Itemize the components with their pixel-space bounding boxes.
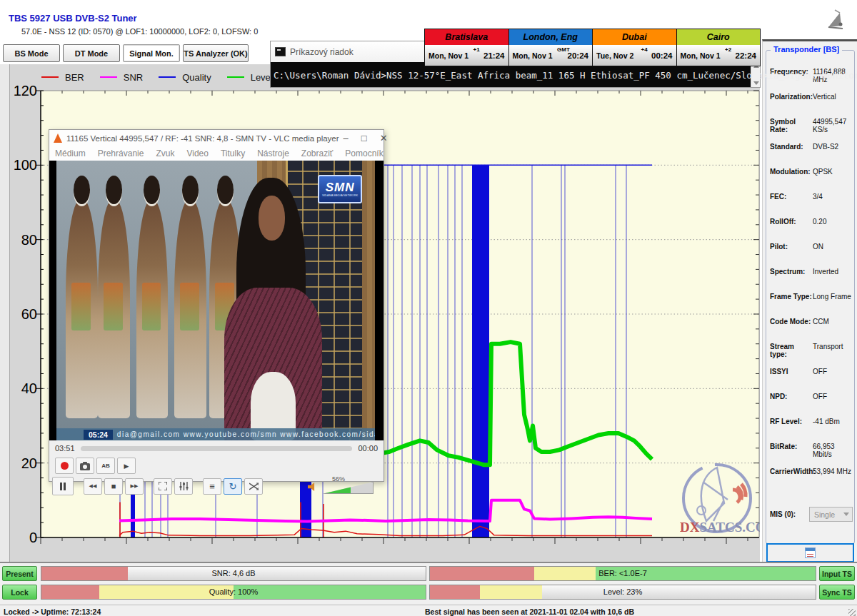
clock-time-row: Mon, Nov 1GMT20:24 bbox=[509, 45, 593, 66]
mode-button-ts-analyzer-ok-[interactable]: TS Analyzer (OK) bbox=[183, 44, 249, 62]
series-ber bbox=[119, 526, 652, 535]
field-label: Symbol Rate: bbox=[770, 118, 813, 133]
transponder-row: Pilot:ON bbox=[770, 243, 853, 268]
scroll-down-icon[interactable] bbox=[753, 81, 759, 85]
fullscreen-icon bbox=[159, 482, 167, 490]
transponder-groupbox: Transponder [BS] Frequency:11164,888 MHz… bbox=[766, 50, 855, 544]
effects-button[interactable] bbox=[174, 478, 193, 495]
field-label: Pilot: bbox=[770, 243, 813, 251]
clock-city: Bratislava bbox=[425, 29, 508, 45]
signal-loss-line bbox=[412, 165, 413, 537]
pause-icon bbox=[60, 483, 66, 490]
stop-button[interactable]: ■ bbox=[104, 478, 123, 495]
volume-control[interactable]: 56% bbox=[298, 477, 376, 495]
mode-button-signal-mon-[interactable]: Signal Mon. bbox=[123, 44, 180, 62]
bar-text: Quality: 100% bbox=[41, 587, 426, 596]
random-button[interactable] bbox=[244, 478, 263, 495]
ab-loop-button[interactable]: AB bbox=[96, 458, 115, 474]
speaker-icon[interactable] bbox=[308, 483, 317, 491]
transponder-list-button[interactable] bbox=[766, 543, 854, 562]
vlc-window[interactable]: 11165 Vertical 44995,547 / RF: -41 SNR: … bbox=[49, 129, 384, 482]
satellite-dish-icon bbox=[823, 9, 847, 33]
ticker-text: dia@gmail.com www.youtube.com/smn www.fa… bbox=[117, 430, 375, 438]
dancer-figure bbox=[98, 200, 130, 418]
clock-text: 20:24 bbox=[568, 51, 588, 60]
field-value: QPSK bbox=[813, 168, 853, 176]
vlc-menu-mdium[interactable]: Médium bbox=[55, 148, 86, 158]
vlc-menu-nstroje[interactable]: Nástroje bbox=[257, 148, 289, 158]
vlc-menu-pomocnk[interactable]: Pomocník bbox=[345, 148, 383, 158]
signal-loss-line bbox=[388, 165, 389, 537]
transponder-row: Standard:DVB-S2 bbox=[770, 143, 853, 168]
bar-text: BER: <1.0E-7 bbox=[430, 569, 816, 577]
vlc-cone-icon bbox=[54, 133, 62, 143]
clock-text: Mon, Nov 1 bbox=[513, 51, 553, 60]
field-label: Polarization: bbox=[770, 93, 813, 101]
previous-button[interactable]: ◀◀ bbox=[84, 478, 102, 495]
field-value: CCM bbox=[813, 318, 853, 325]
playlist-button[interactable]: ≡ bbox=[203, 478, 221, 495]
present-indicator: Present bbox=[2, 566, 37, 581]
field-value: 53,994 MHz bbox=[813, 468, 853, 475]
maximize-button[interactable]: □ bbox=[361, 133, 367, 143]
clock-text: +2 bbox=[725, 46, 731, 53]
loop-button[interactable]: ↻ bbox=[224, 478, 242, 495]
signal-loss-line bbox=[472, 165, 489, 537]
field-value: Long Frame bbox=[813, 293, 853, 301]
record-button[interactable] bbox=[55, 458, 74, 474]
transponder-row: FEC:3/4 bbox=[770, 193, 853, 218]
fullscreen-button[interactable] bbox=[154, 478, 172, 495]
transponder-row: Stream type:Transport bbox=[770, 343, 853, 368]
field-value: 3/4 bbox=[813, 193, 853, 201]
resize-grip[interactable] bbox=[848, 609, 856, 616]
mode-button-row: BS ModeDT ModeSignal Mon.TS Analyzer (OK… bbox=[3, 44, 249, 63]
y-tick-label: 80 bbox=[10, 232, 37, 248]
field-value: DVB-S2 bbox=[813, 143, 853, 151]
field-value: 0.20 bbox=[813, 218, 853, 226]
transponder-row: NPD:OFF bbox=[770, 393, 853, 418]
close-button[interactable]: ✕ bbox=[380, 133, 388, 143]
y-tick-label: 0 bbox=[10, 530, 37, 546]
vlc-menu-prehrvanie[interactable]: Prehrávanie bbox=[98, 148, 144, 158]
dxsatcs-watermark: DXSATCS.COM bbox=[680, 465, 760, 535]
transponder-row: Modulation:QPSK bbox=[770, 168, 853, 193]
vlc-titlebar[interactable]: 11165 Vertical 44995,547 / RF: -41 SNR: … bbox=[49, 130, 384, 146]
vlc-menu-titulky[interactable]: Titulky bbox=[221, 148, 245, 158]
field-value: 44995,547 KS/s bbox=[813, 118, 853, 133]
clock-text: +4 bbox=[641, 46, 648, 53]
snapshot-button[interactable] bbox=[76, 458, 94, 474]
seek-bar[interactable] bbox=[81, 446, 353, 451]
frame-by-frame-button[interactable]: ▶ bbox=[117, 458, 136, 474]
mode-button-dt-mode[interactable]: DT Mode bbox=[63, 44, 120, 62]
volume-slider[interactable] bbox=[322, 482, 374, 494]
clock-city: Dubai bbox=[593, 29, 676, 45]
status-bar: Locked -> Uptime: 72:13:24 Best signal h… bbox=[0, 605, 857, 616]
transponder-row: RollOff:0.20 bbox=[770, 218, 853, 243]
next-button[interactable]: ▶▶ bbox=[125, 478, 144, 495]
clock-text: Tue, Nov 2 bbox=[596, 51, 633, 60]
clock-text: 00:24 bbox=[651, 51, 672, 60]
transponder-row: Symbol Rate:44995,547 KS/s bbox=[770, 118, 853, 143]
field-label: MIS (0): bbox=[770, 510, 809, 518]
left-splitter[interactable] bbox=[0, 64, 10, 562]
signal-loss-line bbox=[532, 165, 533, 537]
vlc-menu-video[interactable]: Video bbox=[186, 148, 208, 158]
pause-button[interactable] bbox=[52, 477, 74, 495]
tv-picture: SMN SIDAMA MEDIA NETWORK 05:24 dia@gmail… bbox=[56, 161, 375, 440]
signal-loss-line bbox=[448, 165, 448, 537]
clock-london-eng: London, EngMon, Nov 1GMT20:24 bbox=[509, 29, 593, 66]
minimize-button[interactable]: – bbox=[344, 133, 349, 143]
ber-bar: BER: <1.0E-7 bbox=[429, 566, 816, 581]
cmd-console-line: C:\Users\Roman Dávid>NSS 12-57°E_East Af… bbox=[274, 70, 857, 81]
vlc-video-area[interactable]: SMN SIDAMA MEDIA NETWORK 05:24 dia@gmail… bbox=[49, 161, 384, 440]
vlc-menu-zvuk[interactable]: Zvuk bbox=[156, 148, 174, 158]
signal-loss-line bbox=[561, 165, 562, 537]
lock-indicator: Lock bbox=[2, 585, 37, 600]
mis-row: MIS (0):Single bbox=[770, 502, 853, 527]
field-label: Frame Type: bbox=[770, 293, 813, 301]
camera-icon bbox=[80, 462, 90, 470]
vlc-menu-zobrazi[interactable]: Zobraziť bbox=[301, 148, 334, 158]
mode-button-bs-mode[interactable]: BS Mode bbox=[3, 44, 60, 62]
mis-dropdown[interactable]: Single bbox=[809, 507, 853, 522]
field-value: OFF bbox=[813, 368, 853, 375]
